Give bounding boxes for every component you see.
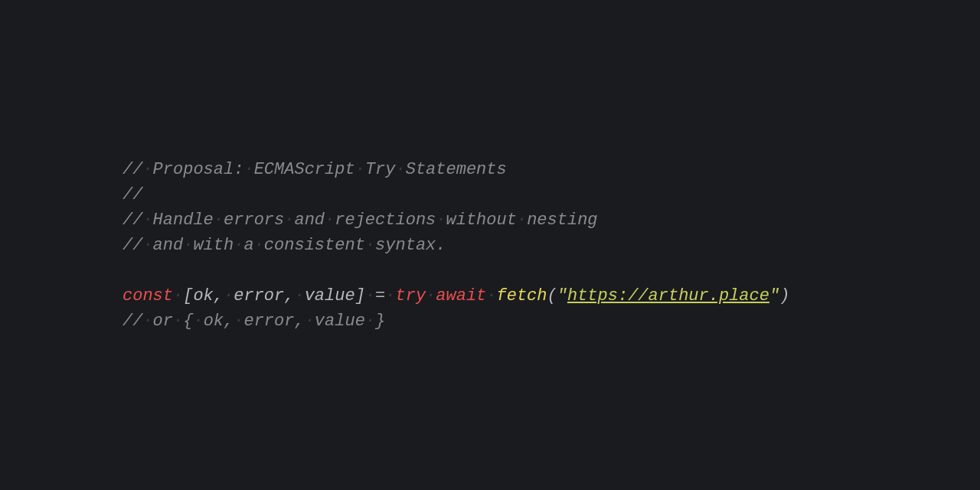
comment-line-3: //·Handle·errors·and·rejections·without·… (122, 211, 598, 230)
code-line-main: const·[ok,·error,·value]·=·try·await·fet… (122, 286, 789, 305)
function-fetch: fetch (497, 286, 547, 305)
comment-line-2: // (122, 185, 142, 204)
comment-line-4: //·and·with·a·consistent·syntax. (122, 236, 446, 255)
url-link[interactable]: https://arthur.place (567, 286, 769, 305)
keyword-const: const (122, 286, 173, 305)
comment-line-7: //·or·{·ok,·error,·value·} (122, 312, 385, 331)
keyword-await: await (436, 286, 486, 305)
keyword-try: try (395, 286, 426, 305)
code-snippet: //·Proposal:·ECMAScript·Try·Statements /… (122, 157, 789, 334)
comment-line-1: //·Proposal:·ECMAScript·Try·Statements (122, 160, 507, 179)
